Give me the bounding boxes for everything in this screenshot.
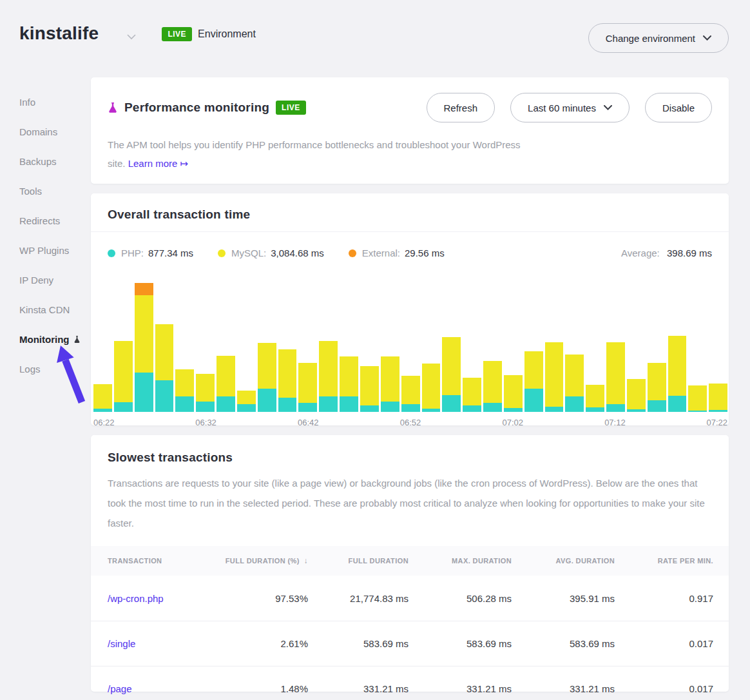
bar-07:22[interactable]: [709, 384, 727, 412]
bar-06:32[interactable]: [196, 374, 215, 412]
legend-mysql: MySQL:3,084.68 ms: [218, 248, 324, 258]
sidebar-item-wp-plugins[interactable]: WP Plugins: [19, 235, 91, 265]
sidebar-item-kinsta-cdn[interactable]: Kinsta CDN: [19, 295, 91, 324]
segment-mysql: [278, 349, 297, 398]
segment-mysql: [258, 343, 276, 389]
sidebar-item-ip-deny[interactable]: IP Deny: [19, 265, 91, 295]
segment-php: [586, 407, 604, 412]
segment-php: [237, 404, 256, 412]
bar-07:18[interactable]: [668, 336, 687, 412]
transaction-link[interactable]: /single: [91, 638, 207, 649]
segment-php: [360, 405, 379, 412]
legend-name: External:: [362, 248, 400, 258]
refresh-button[interactable]: Refresh: [427, 93, 495, 122]
segment-php: [463, 405, 481, 412]
bar-07:20[interactable]: [688, 385, 707, 412]
environment-label: Environment: [198, 28, 256, 40]
bar-06:58[interactable]: [463, 378, 481, 412]
cell-full_duration: 21,774.83 ms: [308, 593, 409, 604]
sidebar-item-monitoring[interactable]: Monitoring: [19, 324, 91, 354]
segment-php: [319, 396, 338, 412]
bar-06:46[interactable]: [340, 356, 358, 412]
segment-php: [627, 409, 646, 412]
bar-06:30[interactable]: [175, 369, 194, 412]
column-header-full-duration: FULL DURATION: [308, 557, 409, 565]
bar-07:00[interactable]: [483, 361, 502, 412]
bar-06:52[interactable]: [401, 376, 420, 412]
bar-06:44[interactable]: [319, 341, 338, 412]
legend-external: External:29.56 ms: [349, 248, 445, 258]
bar-07:02[interactable]: [504, 375, 523, 412]
bars: [93, 280, 727, 412]
legend-value: 29.56 ms: [405, 248, 445, 258]
transaction-link-text[interactable]: /page: [108, 683, 132, 694]
external-link-arrow-icon: ↦: [180, 158, 189, 169]
column-header-rate-per-min-: RATE PER MIN.: [615, 557, 729, 565]
disable-button[interactable]: Disable: [645, 93, 712, 122]
slowest-description: Transactions are requests to your site (…: [108, 473, 712, 533]
sidebar-item-label: Info: [19, 97, 35, 108]
transaction-link[interactable]: /wp-cron.php: [91, 593, 207, 604]
sidebar-item-domains[interactable]: Domains: [19, 117, 91, 146]
bar-06:40[interactable]: [278, 349, 297, 412]
bar-06:26[interactable]: [135, 283, 153, 412]
bar-06:38[interactable]: [258, 343, 276, 412]
table-row: /wp-cron.php97.53%21,774.83 ms506.28 ms3…: [91, 576, 729, 621]
average-label: Average:: [621, 248, 660, 258]
x-tick-06:52: 06:52: [400, 418, 421, 427]
bar-06:28[interactable]: [155, 324, 174, 412]
segment-mysql: [524, 351, 543, 389]
sidebar-item-logs[interactable]: Logs: [19, 354, 91, 384]
segment-mysql: [586, 385, 604, 407]
sidebar-item-label: Redirects: [19, 215, 60, 226]
cell-avg_duration: 331.21 ms: [512, 683, 615, 694]
bar-07:04[interactable]: [524, 351, 543, 412]
segment-external: [135, 283, 153, 295]
site-switcher-chevron-icon[interactable]: [127, 31, 136, 43]
sidebar-item-backups[interactable]: Backups: [19, 146, 91, 176]
table-body: /wp-cron.php97.53%21,774.83 ms506.28 ms3…: [91, 576, 729, 700]
transaction-link[interactable]: /page: [91, 683, 207, 694]
sidebar-item-label: Tools: [19, 186, 42, 197]
column-header-full-duration-[interactable]: FULL DURATION (%) ↓: [207, 556, 308, 565]
bar-06:48[interactable]: [360, 366, 379, 412]
bar-06:34[interactable]: [216, 356, 235, 412]
chart-legend: PHP:877.34 msMySQL:3,084.68 msExternal:2…: [91, 232, 729, 258]
segment-php: [483, 403, 502, 412]
bar-07:12[interactable]: [606, 342, 625, 412]
segment-php: [196, 402, 215, 412]
bar-07:10[interactable]: [586, 385, 604, 412]
time-range-value: Last 60 minutes: [528, 102, 596, 113]
sidebar-item-info[interactable]: Info: [19, 87, 91, 117]
segment-php: [648, 400, 666, 412]
x-tick-06:32: 06:32: [195, 418, 216, 427]
legend-dot-mysql: [218, 249, 226, 257]
segment-php: [709, 410, 727, 412]
bar-07:14[interactable]: [627, 379, 646, 412]
transaction-link-text[interactable]: /single: [108, 638, 135, 649]
learn-more-link[interactable]: Learn more ↦: [128, 158, 188, 169]
change-environment-button[interactable]: Change environment: [588, 23, 729, 53]
apm-live-badge: LIVE: [276, 101, 306, 115]
chart-average: Average: 398.69 ms: [621, 248, 712, 258]
bar-07:08[interactable]: [565, 355, 584, 412]
average-value: 398.69 ms: [667, 248, 712, 258]
segment-mysql: [114, 341, 133, 402]
bar-06:50[interactable]: [381, 356, 399, 412]
bar-06:56[interactable]: [442, 337, 461, 412]
bar-06:24[interactable]: [114, 341, 133, 412]
legend-php: PHP:877.34 ms: [108, 248, 193, 258]
time-range-dropdown[interactable]: Last 60 minutes: [510, 93, 630, 122]
table-row: /single2.61%583.69 ms583.69 ms583.69 ms0…: [91, 621, 729, 666]
bar-06:22[interactable]: [93, 384, 112, 412]
bar-07:16[interactable]: [648, 363, 666, 412]
segment-mysql: [442, 337, 461, 395]
bar-06:54[interactable]: [422, 364, 441, 412]
sidebar-item-tools[interactable]: Tools: [19, 176, 91, 206]
transaction-link-text[interactable]: /wp-cron.php: [108, 593, 164, 604]
slowest-card-title: Slowest transactions: [108, 451, 233, 464]
sidebar-item-redirects[interactable]: Redirects: [19, 206, 91, 235]
bar-06:42[interactable]: [298, 363, 317, 412]
bar-06:36[interactable]: [237, 391, 256, 412]
bar-07:06[interactable]: [545, 342, 564, 412]
